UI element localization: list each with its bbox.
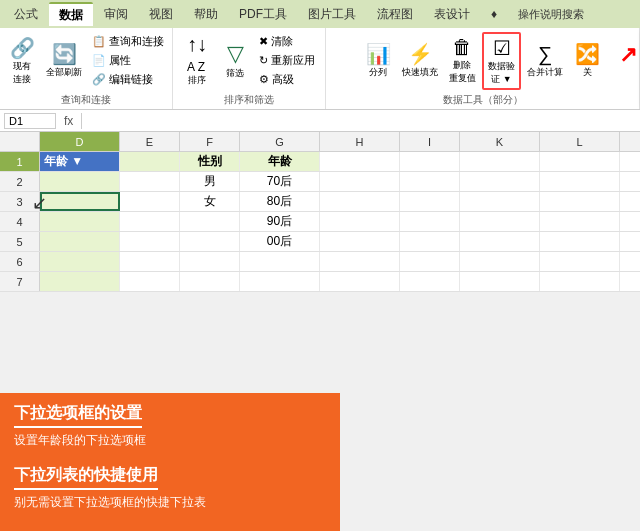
cell-D6[interactable] <box>40 252 120 271</box>
cell-I4[interactable] <box>400 212 460 231</box>
cell-H3[interactable] <box>320 192 400 211</box>
group-label-data-tools: 数据工具（部分） <box>443 93 523 107</box>
tab-review[interactable]: 审阅 <box>94 2 138 26</box>
row-num-7: 7 <box>0 272 40 291</box>
col-header-L[interactable]: L <box>540 132 620 151</box>
col-header-G[interactable]: G <box>240 132 320 151</box>
properties-button[interactable]: 📄 属性 <box>88 52 168 69</box>
cell-K7[interactable] <box>460 272 540 291</box>
cell-K4[interactable] <box>460 212 540 231</box>
relations-button[interactable]: 🔀 关 <box>569 40 605 81</box>
cell-L5[interactable] <box>540 232 620 251</box>
cell-H2[interactable] <box>320 172 400 191</box>
col-header-H[interactable]: H <box>320 132 400 151</box>
data-validation-button[interactable]: ☑ 数据验证 ▼ <box>482 32 521 90</box>
cell-I6[interactable] <box>400 252 460 271</box>
cell-L4[interactable] <box>540 212 620 231</box>
cell-F3[interactable]: 女 <box>180 192 240 211</box>
tab-flow[interactable]: 流程图 <box>367 2 423 26</box>
sort-button[interactable]: ↑↓A Z 排序 <box>179 32 215 89</box>
cell-F5[interactable] <box>180 232 240 251</box>
cell-D3[interactable] <box>40 192 120 211</box>
cell-L7[interactable] <box>540 272 620 291</box>
cell-reference-input[interactable] <box>4 113 56 129</box>
cell-D5[interactable] <box>40 232 120 251</box>
advanced-button[interactable]: ⚙ 高级 <box>255 71 319 88</box>
cell-D2[interactable] <box>40 172 120 191</box>
tab-formula[interactable]: 公式 <box>4 2 48 26</box>
cell-I2[interactable] <box>400 172 460 191</box>
tab-table-design[interactable]: 表设计 <box>424 2 480 26</box>
spreadsheet: D E F G H I K L 1 年龄 ▼ 性别 年龄 2 男 70 <box>0 132 640 292</box>
cell-K3[interactable] <box>460 192 540 211</box>
col-header-E[interactable]: E <box>120 132 180 151</box>
cell-H4[interactable] <box>320 212 400 231</box>
cell-L6[interactable] <box>540 252 620 271</box>
cell-I1[interactable] <box>400 152 460 171</box>
formula-bar: fx <box>0 110 640 132</box>
cell-D1[interactable]: 年龄 ▼ <box>40 152 120 171</box>
cell-E4[interactable] <box>120 212 180 231</box>
cell-F4[interactable] <box>180 212 240 231</box>
cell-G2[interactable]: 70后 <box>240 172 320 191</box>
cell-F1[interactable]: 性别 <box>180 152 240 171</box>
cell-L3[interactable] <box>540 192 620 211</box>
merge-calc-button[interactable]: ∑ 合并计算 <box>523 41 567 81</box>
formula-input[interactable] <box>86 114 636 128</box>
refresh-all-button[interactable]: 🔄 全部刷新 <box>42 40 86 81</box>
cell-G4[interactable]: 90后 <box>240 212 320 231</box>
cell-G5[interactable]: 00后 <box>240 232 320 251</box>
cell-K1[interactable] <box>460 152 540 171</box>
tab-diamond[interactable]: ♦ <box>481 2 507 26</box>
cell-D4[interactable] <box>40 212 120 231</box>
existing-connections-button[interactable]: 🔗 现有连接 <box>4 34 40 88</box>
tab-pdf[interactable]: PDF工具 <box>229 2 297 26</box>
tab-view[interactable]: 视图 <box>139 2 183 26</box>
info-box: 下拉选项框的设置 设置年龄段的下拉选项框 下拉列表的快捷使用 别无需设置下拉选项… <box>0 393 340 531</box>
row-num-6: 6 <box>0 252 40 271</box>
cell-L1[interactable] <box>540 152 620 171</box>
tab-help[interactable]: 帮助 <box>184 2 228 26</box>
cell-G7[interactable] <box>240 272 320 291</box>
cell-H6[interactable] <box>320 252 400 271</box>
cell-F2[interactable]: 男 <box>180 172 240 191</box>
info-title-2: 下拉列表的快捷使用 <box>14 465 158 490</box>
filter-button[interactable]: ▽ 筛选 <box>217 39 253 82</box>
flash-fill-button[interactable]: ⚡ 快速填充 <box>398 40 442 81</box>
cell-H7[interactable] <box>320 272 400 291</box>
cell-K2[interactable] <box>460 172 540 191</box>
cell-K6[interactable] <box>460 252 540 271</box>
tab-search[interactable]: 操作说明搜索 <box>508 2 594 26</box>
tab-data[interactable]: 数据 <box>49 2 93 26</box>
cell-E5[interactable] <box>120 232 180 251</box>
cell-E1[interactable] <box>120 152 180 171</box>
cell-G6[interactable] <box>240 252 320 271</box>
cell-K5[interactable] <box>460 232 540 251</box>
col-header-F[interactable]: F <box>180 132 240 151</box>
cell-H5[interactable] <box>320 232 400 251</box>
cell-L2[interactable] <box>540 172 620 191</box>
cell-E6[interactable] <box>120 252 180 271</box>
split-columns-button[interactable]: 📊 分列 <box>360 40 396 81</box>
cell-H1[interactable] <box>320 152 400 171</box>
cell-G3[interactable]: 80后 <box>240 192 320 211</box>
cell-E2[interactable] <box>120 172 180 191</box>
cell-F6[interactable] <box>180 252 240 271</box>
tab-image[interactable]: 图片工具 <box>298 2 366 26</box>
cell-I5[interactable] <box>400 232 460 251</box>
query-connections-button[interactable]: 📋 查询和连接 <box>88 33 168 50</box>
clear-button[interactable]: ✖ 清除 <box>255 33 319 50</box>
remove-duplicates-button[interactable]: 🗑 删除重复值 <box>444 34 480 87</box>
cell-I7[interactable] <box>400 272 460 291</box>
cell-F7[interactable] <box>180 272 240 291</box>
cell-D7[interactable] <box>40 272 120 291</box>
edit-links-button[interactable]: 🔗 编辑链接 <box>88 71 168 88</box>
cell-I3[interactable] <box>400 192 460 211</box>
cell-G1[interactable]: 年龄 <box>240 152 320 171</box>
cell-E3[interactable] <box>120 192 180 211</box>
col-header-K[interactable]: K <box>460 132 540 151</box>
col-header-I[interactable]: I <box>400 132 460 151</box>
col-header-D[interactable]: D <box>40 132 120 151</box>
cell-E7[interactable] <box>120 272 180 291</box>
reapply-button[interactable]: ↻ 重新应用 <box>255 52 319 69</box>
